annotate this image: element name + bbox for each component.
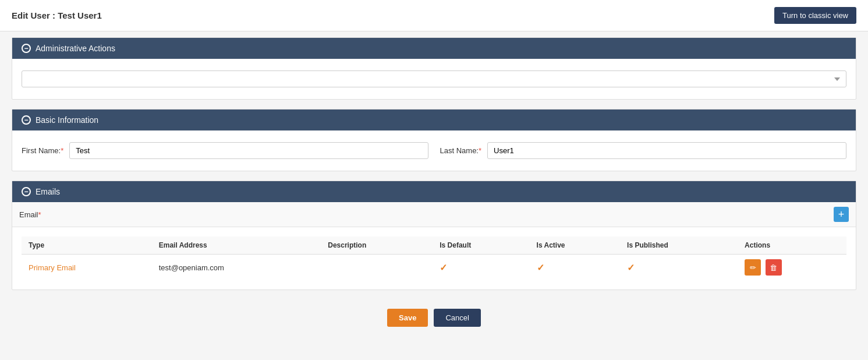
emails-label: Emails [36, 187, 60, 196]
admin-actions-select[interactable] [22, 70, 846, 87]
basic-info-label: Basic Information [36, 115, 98, 125]
row-type: Primary Email [22, 255, 152, 281]
first-name-required-star: * [61, 146, 63, 155]
emails-header[interactable]: − Emails [12, 181, 856, 202]
emails-table-wrapper: Type Email Address Description Is Defaul… [12, 227, 856, 290]
col-description: Description [321, 237, 433, 255]
basic-info-toggle-icon: − [22, 115, 31, 125]
edit-email-button[interactable]: ✏ [745, 259, 761, 276]
delete-email-button[interactable]: 🗑 [766, 259, 782, 276]
col-is-published: Is Published [620, 237, 738, 255]
col-email-address: Email Address [152, 237, 321, 255]
admin-actions-header[interactable]: − Administrative Actions [12, 38, 856, 59]
row-email-address: test@openiam.com [152, 255, 321, 281]
classic-view-button[interactable]: Turn to classic view [774, 7, 856, 24]
emails-table-head: Type Email Address Description Is Defaul… [22, 237, 846, 255]
row-description [321, 255, 433, 281]
emails-table-body: Primary Email test@openiam.com ✓ ✓ [22, 255, 846, 281]
col-actions: Actions [738, 237, 846, 255]
basic-info-form-row: First Name:* Last Name:* [22, 142, 846, 159]
last-name-group: Last Name:* [440, 142, 847, 159]
emails-section: − Emails Email* + Type Email Address Des… [12, 181, 856, 290]
row-is-active: ✓ [530, 255, 621, 281]
col-type: Type [22, 237, 152, 255]
first-name-label: First Name:* [22, 146, 63, 155]
basic-info-header[interactable]: − Basic Information [12, 110, 856, 130]
emails-body: Email* + Type Email Address Description … [12, 202, 856, 290]
is-active-check: ✓ [537, 263, 544, 273]
main-content: − Administrative Actions − Basic Informa… [0, 31, 868, 344]
admin-actions-label: Administrative Actions [36, 44, 115, 53]
cancel-button[interactable]: Cancel [434, 309, 480, 327]
is-default-check: ✓ [440, 263, 447, 273]
emails-toggle-icon: − [22, 187, 31, 196]
is-published-check: ✓ [627, 263, 635, 273]
first-name-group: First Name:* [22, 142, 428, 159]
email-sub-label: Email* [19, 210, 41, 219]
emails-table-header-row: Type Email Address Description Is Defaul… [22, 237, 846, 255]
basic-info-section: − Basic Information First Name:* Last Na… [12, 109, 856, 171]
last-name-label: Last Name:* [440, 146, 482, 155]
page-header: Edit User : Test User1 Turn to classic v… [0, 0, 868, 31]
row-is-default: ✓ [433, 255, 529, 281]
last-name-input[interactable] [487, 142, 846, 159]
page-title: Edit User : Test User1 [12, 10, 102, 20]
col-is-default: Is Default [433, 237, 529, 255]
last-name-required-star: * [479, 146, 481, 155]
admin-actions-section: − Administrative Actions [12, 37, 856, 100]
admin-actions-body [12, 59, 856, 99]
col-is-active: Is Active [530, 237, 621, 255]
save-button[interactable]: Save [387, 309, 428, 327]
email-required-star: * [38, 210, 41, 219]
add-email-button[interactable]: + [834, 207, 849, 222]
footer-actions: Save Cancel [12, 299, 856, 333]
primary-email-label: Primary Email [29, 263, 76, 272]
basic-info-body: First Name:* Last Name:* [12, 130, 856, 171]
row-is-published: ✓ [620, 255, 738, 281]
emails-table: Type Email Address Description Is Defaul… [22, 237, 846, 280]
admin-actions-toggle-icon: − [22, 44, 31, 53]
table-row: Primary Email test@openiam.com ✓ ✓ [22, 255, 846, 281]
email-sub-header: Email* + [12, 202, 856, 227]
first-name-input[interactable] [69, 142, 428, 159]
row-actions: ✏ 🗑 [738, 255, 846, 281]
